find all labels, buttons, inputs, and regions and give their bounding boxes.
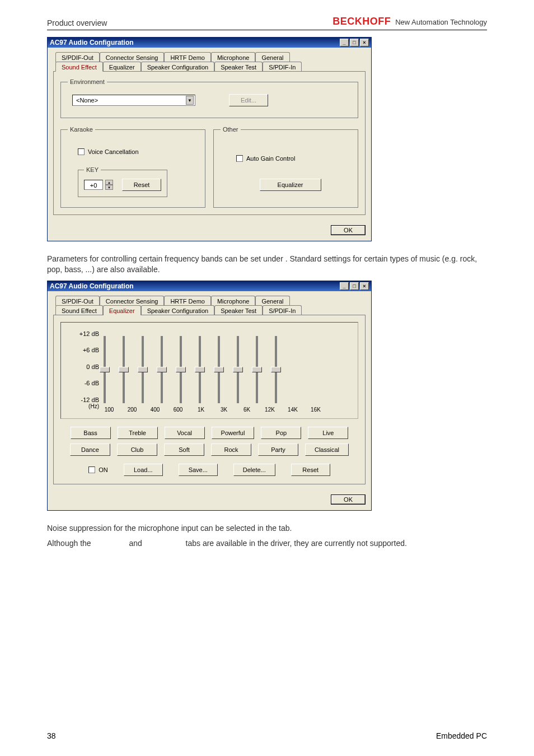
tab-equalizer[interactable]: Equalizer (103, 305, 141, 315)
preset-live[interactable]: Live (308, 427, 348, 439)
page-number: 38 (47, 731, 56, 740)
tab-sound-effect[interactable]: Sound Effect (55, 62, 103, 72)
save-button[interactable]: Save... (179, 464, 218, 476)
preset-soft[interactable]: Soft (164, 444, 204, 456)
environment-select[interactable]: <None> ▼ (72, 95, 195, 106)
window-equalizer: AC97 Audio Configuration _ □ × S/PDIF-Ou… (47, 281, 372, 511)
tab-microphone[interactable]: Microphone (211, 296, 255, 306)
voice-cancel-checkbox[interactable]: Voice Cancellation (78, 148, 139, 155)
checkbox-icon (236, 155, 243, 162)
eq-slider-600[interactable] (161, 336, 163, 403)
window-title: AC97 Audio Configuration (50, 39, 134, 46)
tab-general[interactable]: General (255, 52, 289, 62)
titlebar[interactable]: AC97 Audio Configuration _ □ × (48, 38, 371, 48)
minimize-icon[interactable]: _ (340, 282, 349, 290)
db-scale: +12 dB +6 dB 0 dB -6 dB -12 dB (73, 330, 104, 403)
tab-spdif-in[interactable]: S/PDIF-In (263, 62, 302, 72)
tab-hrtf-demo[interactable]: HRTF Demo (164, 52, 211, 62)
checkbox-icon (78, 148, 85, 155)
eq-reset-button[interactable]: Reset (291, 464, 330, 476)
eq-sliders (104, 330, 277, 403)
tab-speaker-test[interactable]: Speaker Test (214, 305, 263, 315)
tab-spdif-in[interactable]: S/PDIF-In (263, 305, 302, 315)
tab-microphone[interactable]: Microphone (211, 52, 255, 62)
eq-slider-14k[interactable] (256, 336, 258, 403)
tab-connector-sensing[interactable]: Connector Sensing (100, 296, 165, 306)
window-sound-effect: AC97 Audio Configuration _ □ × S/PDIF-Ou… (47, 37, 372, 241)
close-icon[interactable]: × (360, 282, 369, 290)
step-down-icon[interactable]: ▼ (105, 185, 113, 190)
equalizer-panel: +12 dB +6 dB 0 dB -6 dB -12 dB (60, 322, 358, 419)
key-group: KEY +0 ▲ ▼ (78, 166, 167, 197)
preset-powerful[interactable]: Powerful (212, 427, 255, 439)
minimize-icon[interactable]: _ (340, 39, 349, 46)
checkbox-icon (88, 466, 95, 473)
other-group: Other Auto Gain Control Equalizer (213, 126, 358, 208)
tab-speaker-test[interactable]: Speaker Test (214, 62, 263, 72)
delete-button[interactable]: Delete... (233, 464, 275, 476)
preset-classical[interactable]: Classical (305, 444, 349, 456)
eq-slider-6k[interactable] (218, 336, 220, 403)
environment-group: Environment <None> ▼ Edit... (60, 78, 358, 118)
preset-treble[interactable]: Treble (118, 427, 158, 439)
environment-legend: Environment (68, 78, 107, 85)
eq-on-label: ON (99, 466, 108, 473)
tab-equalizer[interactable]: Equalizer (103, 62, 141, 72)
auto-gain-label: Auto Gain Control (246, 155, 295, 162)
karaoke-group: Karaoke Voice Cancellation KEY (60, 126, 205, 208)
karaoke-legend: Karaoke (68, 126, 95, 133)
eq-slider-200[interactable] (123, 336, 125, 403)
preset-vocal[interactable]: Vocal (165, 427, 205, 439)
page-header: Product overview BECKHOFF New Automation… (47, 16, 487, 30)
tab-spdif-out[interactable]: S/PDIF-Out (55, 52, 100, 62)
key-value: +0 (84, 180, 103, 190)
brand-logo: BECKHOFF (332, 16, 391, 27)
tab-speaker-config[interactable]: Speaker Configuration (141, 305, 214, 315)
eq-slider-3k[interactable] (199, 336, 201, 403)
preset-rock[interactable]: Rock (211, 444, 251, 456)
key-stepper[interactable]: +0 ▲ ▼ (84, 180, 113, 190)
edit-button[interactable]: Edit... (229, 94, 268, 106)
titlebar[interactable]: AC97 Audio Configuration _ □ × (48, 281, 371, 291)
tab-sound-effect[interactable]: Sound Effect (55, 305, 103, 315)
ok-button[interactable]: OK (331, 225, 366, 235)
eq-slider-16k[interactable] (275, 336, 277, 403)
other-legend: Other (221, 126, 241, 133)
window-title: AC97 Audio Configuration (50, 282, 134, 290)
chevron-down-icon: ▼ (186, 96, 194, 105)
tab-spdif-out[interactable]: S/PDIF-Out (55, 296, 100, 306)
eq-slider-12k[interactable] (237, 336, 239, 403)
eq-slider-400[interactable] (142, 336, 144, 403)
load-button[interactable]: Load... (124, 464, 163, 476)
hz-unit: (Hz) (73, 403, 104, 413)
paragraph-equalizer-intro: Parameters for controlling certain frequ… (47, 254, 487, 275)
preset-dance[interactable]: Dance (70, 444, 110, 456)
key-reset-button[interactable]: Reset (122, 179, 161, 191)
hz-labels: 100 200 400 600 1K 3K 6K 12K 14K 16K (108, 407, 321, 413)
eq-slider-100[interactable] (104, 336, 106, 403)
tab-general[interactable]: General (255, 296, 289, 306)
voice-cancel-label: Voice Cancellation (88, 148, 139, 155)
tab-hrtf-demo[interactable]: HRTF Demo (164, 296, 211, 306)
eq-slider-1k[interactable] (180, 336, 182, 403)
preset-row-2: Dance Club Soft Rock Party Classical (60, 444, 358, 456)
key-legend: KEY (84, 166, 101, 173)
paragraph-unsupported: Although the and tabs are available in t… (47, 538, 487, 549)
step-up-icon[interactable]: ▲ (105, 180, 113, 185)
preset-bass[interactable]: Bass (71, 427, 111, 439)
maximize-icon[interactable]: □ (350, 282, 359, 290)
tab-speaker-config[interactable]: Speaker Configuration (141, 62, 214, 72)
close-icon[interactable]: × (360, 39, 369, 46)
preset-pop[interactable]: Pop (261, 427, 301, 439)
section-title: Product overview (47, 18, 107, 27)
tab-connector-sensing[interactable]: Connector Sensing (100, 52, 165, 62)
preset-party[interactable]: Party (258, 444, 298, 456)
auto-gain-checkbox[interactable]: Auto Gain Control (236, 155, 295, 162)
eq-on-checkbox[interactable]: ON (88, 466, 108, 473)
ok-button[interactable]: OK (331, 494, 366, 505)
brand-tagline: New Automation Technology (395, 18, 487, 26)
preset-club[interactable]: Club (117, 444, 157, 456)
equalizer-button[interactable]: Equalizer (260, 179, 321, 191)
environment-value: <None> (76, 97, 98, 104)
maximize-icon[interactable]: □ (350, 39, 359, 46)
